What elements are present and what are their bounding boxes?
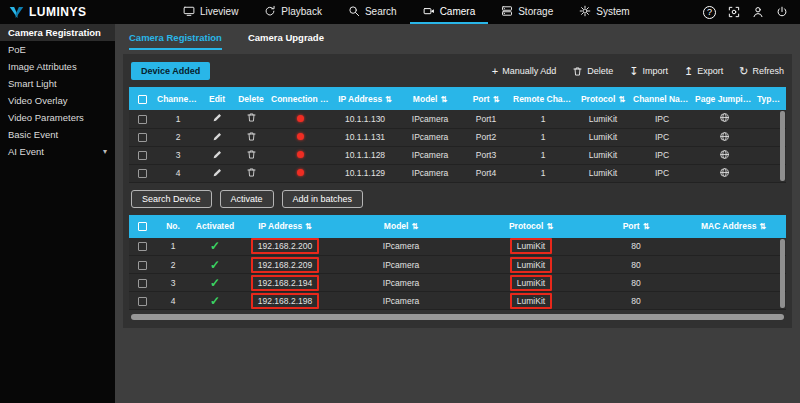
tab-camera-upgrade[interactable]: Camera Upgrade (248, 32, 324, 50)
row-checkbox[interactable] (138, 151, 147, 160)
vertical-scrollbar[interactable] (780, 239, 785, 309)
vertical-scrollbar[interactable] (780, 111, 785, 181)
delete-button[interactable]: Delete (572, 66, 613, 77)
select-all-checkbox[interactable] (138, 222, 147, 231)
delete-trash-icon[interactable] (246, 149, 257, 160)
page-jumping-globe-icon[interactable] (719, 112, 730, 123)
ip-address-cell: 10.1.1.130 (331, 110, 399, 128)
sidebar-item-smart-light[interactable]: Smart Light (0, 75, 115, 92)
table-row[interactable]: 2 10.1.1.131 IPcamera Port2 1 LumiKit IP… (129, 128, 786, 146)
col-mac-address[interactable]: MAC Address⇅ (681, 215, 786, 238)
col-port[interactable]: Port⇅ (461, 87, 511, 110)
sidebar-item-camera-registration[interactable]: Camera Registration (0, 24, 115, 41)
table-row[interactable]: 1 10.1.1.130 IPcamera Port1 1 LumiKit IP… (129, 110, 786, 128)
nav-liveview[interactable]: Liveview (170, 0, 251, 24)
col-protocol[interactable]: Protocol⇅ (575, 87, 631, 110)
import-icon: ↧ (629, 66, 638, 76)
port-cell: Port3 (461, 146, 511, 164)
connection-status-dot (297, 133, 304, 140)
row-checkbox[interactable] (138, 115, 147, 124)
export-button[interactable]: ↥ Export (684, 66, 723, 76)
annotation-box: 192.168.2.209 (251, 257, 319, 273)
user-icon[interactable] (752, 6, 764, 18)
activated-check-icon: ✓ (210, 258, 220, 272)
no-cell: 1 (155, 238, 191, 256)
edit-pencil-icon[interactable] (212, 112, 223, 123)
row-checkbox[interactable] (138, 169, 147, 178)
sidebar-item-video-parameters[interactable]: Video Parameters (0, 109, 115, 126)
sidebar-item-basic-event[interactable]: Basic Event (0, 126, 115, 143)
nav-search[interactable]: Search (335, 0, 410, 24)
channel-name-cell: IPC (631, 110, 693, 128)
row-checkbox[interactable] (138, 261, 147, 270)
horizontal-scrollbar[interactable] (131, 314, 784, 320)
annotation-box: LumiKit (510, 257, 552, 273)
nav-camera[interactable]: Camera (410, 0, 489, 24)
edit-pencil-icon[interactable] (212, 149, 223, 160)
row-checkbox[interactable] (138, 297, 147, 306)
page-jumping-globe-icon[interactable] (719, 167, 730, 178)
protocol-cell: LumiKit (575, 164, 631, 182)
page-jumping-globe-icon[interactable] (719, 149, 730, 160)
row-checkbox[interactable] (138, 242, 147, 251)
content-panel: Device Added + Manually Add Delete ↧ Imp… (123, 54, 792, 328)
col-model[interactable]: Model⇅ (399, 87, 461, 110)
remote-channel-cell: 1 (511, 164, 575, 182)
select-all-checkbox[interactable] (138, 95, 147, 104)
model-cell: IPcamera (399, 110, 461, 128)
col-model[interactable]: Model⇅ (331, 215, 471, 238)
add-in-batches-button[interactable]: Add in batches (282, 190, 364, 208)
col-protocol[interactable]: Protocol⇅ (471, 215, 591, 238)
col-remote-channel[interactable]: Remote Channel ...⇅ (511, 87, 575, 110)
remote-channel-cell: 1 (511, 128, 575, 146)
col-channel[interactable]: Channel⇅ (155, 87, 201, 110)
refresh-button[interactable]: ↻ Refresh (739, 66, 784, 76)
table-row[interactable]: 2 ✓ 192.168.2.209 IPcamera LumiKit 80 (129, 256, 786, 274)
table-row[interactable]: 1 ✓ 192.168.2.200 IPcamera LumiKit 80 (129, 238, 786, 256)
import-button[interactable]: ↧ Import (629, 66, 668, 76)
tab-camera-registration[interactable]: Camera Registration (129, 32, 222, 50)
page-jumping-globe-icon[interactable] (719, 131, 730, 142)
top-bar: LUMINYS Liveview Playback Search Camera … (0, 0, 800, 24)
col-channel-name[interactable]: Channel Name⇅ (631, 87, 693, 110)
col-ip-address[interactable]: IP Address⇅ (331, 87, 399, 110)
col-type[interactable]: Type⇅ (755, 87, 786, 110)
plus-icon: + (492, 66, 498, 76)
power-icon[interactable] (776, 6, 788, 18)
nav-playback[interactable]: Playback (251, 0, 335, 24)
search-device-button[interactable]: Search Device (131, 190, 212, 208)
table-row[interactable]: 3 10.1.1.128 IPcamera Port3 1 LumiKit IP… (129, 146, 786, 164)
manually-add-button[interactable]: + Manually Add (492, 66, 556, 76)
row-checkbox[interactable] (138, 279, 147, 288)
sidebar-item-ai-event[interactable]: AI Event ▾ (0, 143, 115, 160)
delete-trash-icon[interactable] (246, 131, 257, 142)
annotation-box: LumiKit (510, 293, 552, 309)
activate-button[interactable]: Activate (220, 190, 274, 208)
device-added-button[interactable]: Device Added (131, 62, 210, 80)
edit-pencil-icon[interactable] (212, 131, 223, 142)
delete-trash-icon[interactable] (246, 167, 257, 178)
table-row[interactable]: 4 10.1.1.129 IPcamera Port4 1 LumiKit IP… (129, 164, 786, 182)
sidebar-item-video-overlay[interactable]: Video Overlay (0, 92, 115, 109)
scan-icon[interactable] (728, 6, 740, 18)
protocol-cell: LumiKit (471, 292, 591, 310)
nav-storage[interactable]: Storage (488, 0, 566, 24)
col-page-jumping: Page Jumping (693, 87, 755, 110)
channel-name-cell: IPC (631, 128, 693, 146)
nav-system[interactable]: System (566, 0, 642, 24)
col-port[interactable]: Port⇅ (591, 215, 681, 238)
table-row[interactable]: 3 ✓ 192.168.2.194 IPcamera LumiKit 80 (129, 274, 786, 292)
sidebar-item-image-attributes[interactable]: Image Attributes (0, 58, 115, 75)
col-ip-address[interactable]: IP Address⇅ (239, 215, 331, 238)
sort-icon: ⇅ (385, 95, 392, 104)
help-icon[interactable]: ? (703, 6, 716, 19)
sidebar-item-poe[interactable]: PoE (0, 41, 115, 58)
delete-trash-icon[interactable] (246, 112, 257, 123)
sidebar: Camera Registration PoE Image Attributes… (0, 24, 115, 403)
edit-pencil-icon[interactable] (212, 167, 223, 178)
ip-address-cell: 192.168.2.198 (239, 292, 331, 310)
annotation-box: 192.168.2.198 (251, 293, 319, 309)
row-checkbox[interactable] (138, 133, 147, 142)
col-edit: Edit (201, 87, 233, 110)
table-row[interactable]: 4 ✓ 192.168.2.198 IPcamera LumiKit 80 (129, 292, 786, 310)
